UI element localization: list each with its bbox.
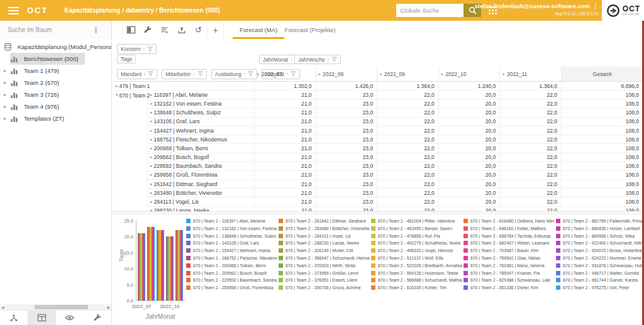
value-cell[interactable]: 23,0 [316, 99, 378, 108]
legend-item[interactable]: 670 | Team 2 - 566688 | Schuchardt, Math… [371, 278, 462, 282]
rowfield-chip-mitarbeiter[interactable]: Mitarbeiter↑ [162, 69, 206, 79]
value-cell[interactable]: 22,0 [500, 162, 562, 171]
value-cell[interactable]: 23,0 [316, 91, 378, 99]
legend-item[interactable]: 670 | Team 2 - 851336 | Dieter, Kim [464, 285, 555, 290]
employee-cell[interactable]: ▸259858 | Groß, Florentissa [148, 171, 255, 180]
value-cell[interactable]: 22,0 [500, 99, 562, 108]
legend-item[interactable]: 670 | Team 2 - 229592 | Baumbach, Sandra [186, 278, 277, 282]
legend-item[interactable]: 670 | Team 2 - 761961 | Manz, Ismeria [464, 263, 555, 268]
scroll-right-arrow-icon[interactable]: ▶ [107, 305, 110, 309]
value-cell[interactable]: 22,0 [377, 180, 439, 189]
value-cell[interactable]: 20,0 [439, 171, 501, 180]
legend-item[interactable]: 670 | Team 2 - 880836 | Holzer, Lambert [556, 226, 644, 231]
value-cell[interactable]: 21,0 [255, 144, 316, 153]
expand-icon[interactable]: ▸ [441, 72, 444, 77]
value-cell[interactable]: 23,0 [316, 207, 378, 211]
legend-item[interactable]: 670 | Team 2 - 785947 | Kramer, Pia [464, 271, 555, 275]
legend-item[interactable]: 670 | Team 2 - 862789 | Falkenrath, Frin… [556, 219, 644, 223]
value-cell[interactable]: 20,0 [439, 99, 501, 108]
legend-item[interactable]: 670 | Team 2 - 209562 | Busch, Bogolf [186, 271, 277, 275]
value-cell[interactable]: 20,0 [439, 197, 501, 206]
value-cell[interactable]: 21,0 [255, 135, 316, 144]
tree-item-team-1-479-[interactable]: ▸ Team 1 (479) [0, 65, 111, 77]
value-cell[interactable]: 20,0 [439, 144, 501, 153]
expand-icon[interactable]: ▸ [150, 163, 153, 168]
legend-item[interactable]: 670 | Team 2 - 884556 | Schulz, Wika [556, 234, 644, 238]
global-search-input[interactable] [396, 4, 464, 17]
employee-cell[interactable]: ▸261642 | Dittmar, Sieghard [148, 180, 255, 189]
legend-item[interactable]: 670 | Team 2 - 946717 | Walter, Gunhild [556, 271, 644, 275]
employee-cell[interactable]: ▸168752 | Fleischer, Nikodemus [148, 135, 255, 144]
legend-item[interactable]: 670 | Team 2 - 961744 | Garver, Karsta [556, 278, 644, 282]
konzern-filter-chip[interactable]: Konzern↑ [117, 44, 157, 54]
value-cell[interactable]: 23,0 [316, 144, 378, 153]
value-cell[interactable]: 22,0 [377, 162, 439, 171]
list-edit-icon[interactable] [156, 21, 173, 39]
panel-splitter-handle[interactable]: ∥ [94, 26, 98, 33]
legend-item[interactable]: 670 | Team 2 - 138648 | Schultheiss, Sul… [186, 234, 277, 238]
legend-item[interactable]: 670 | Team 2 - 616480 | Oelberg, Hans We… [464, 219, 555, 223]
value-cell[interactable]: 21,0 [255, 189, 316, 197]
wrench-icon[interactable] [139, 21, 156, 39]
expander-icon[interactable]: ▸ [4, 80, 10, 85]
legend-item[interactable]: 670 | Team 2 - 682407 | Weber, Leamara [464, 241, 555, 245]
expand-icon[interactable]: ▸ [150, 92, 153, 97]
group-cell[interactable]: ▸479 | Team 1 [114, 82, 255, 91]
legend-item[interactable]: 670 | Team 2 - 703987 | Bauer, Kim [464, 248, 555, 253]
legend-item[interactable]: 670 | Team 2 - 495033 | Vogel, Heinold [371, 248, 462, 253]
legend-item[interactable]: 670 | Team 2 - 200968 | Tolkien, Berni [186, 263, 277, 268]
legend-item[interactable]: 670 | Team 2 - 261642 | Dittmar, Sieghar… [279, 219, 370, 223]
collapse-icon[interactable]: ▾ [116, 92, 118, 97]
employee-cell[interactable]: ▸209562 | Busch, Bogolf [148, 153, 255, 162]
rowfield-chip-auslastung[interactable]: Auslastung↑ [211, 69, 257, 79]
legend-item[interactable]: 670 | Team 2 - 356047 | Schuchardt, Herm… [279, 256, 370, 260]
value-cell[interactable]: 20,0 [439, 153, 501, 162]
value-cell[interactable]: 20,0 [439, 91, 501, 99]
employee-cell[interactable]: ▸154427 | Wehnert, Ingina [148, 126, 255, 135]
value-cell[interactable]: 21,0 [255, 197, 316, 206]
user-email[interactable]: stefan.lindenlaub@saxess-software.com [475, 3, 591, 9]
value-cell[interactable]: 21,0 [255, 153, 316, 162]
scrollbar-thumb[interactable] [35, 305, 88, 309]
export-icon[interactable] [173, 21, 190, 39]
tree-item-team-4-976-[interactable]: ▸ Team 4 (976) [0, 101, 111, 113]
value-cell[interactable]: 22,0 [500, 91, 562, 99]
tree-search-input[interactable] [8, 26, 89, 33]
value-cell[interactable]: 23,0 [316, 171, 378, 180]
value-cell[interactable]: 21,0 [255, 91, 316, 99]
legend-item[interactable]: 670 | Team 2 - 492275 | Schultheiss, Noe… [371, 241, 462, 245]
value-cell[interactable]: 20,0 [439, 180, 501, 189]
value-cell[interactable]: 23,0 [316, 118, 378, 126]
value-cell[interactable]: 22,0 [500, 153, 562, 162]
column-header-2022_07[interactable]: ▸2022_07 [255, 67, 316, 81]
structure-icon[interactable] [0, 311, 28, 325]
value-cell[interactable]: 21,0 [255, 171, 316, 180]
value-cell[interactable]: 22,0 [500, 207, 562, 211]
eye-icon[interactable] [56, 311, 84, 325]
value-cell[interactable]: 22,0 [500, 109, 562, 118]
value-cell[interactable]: 20,0 [439, 126, 501, 135]
legend-item[interactable]: 670 | Team 2 - 326149 | Muller, Cilli [279, 248, 370, 253]
legend-item[interactable]: 670 | Team 2 - 154427 | Wehnert, Ingina [186, 248, 277, 253]
value-cell[interactable]: 22,0 [377, 91, 439, 99]
value-cell[interactable]: 1.364,0 [500, 82, 562, 91]
value-cell[interactable]: 23,0 [316, 180, 378, 189]
tab-forecast-projekte[interactable]: Forecast (Projekte) [284, 21, 336, 39]
value-cell[interactable]: 21,0 [255, 118, 316, 126]
value-cell[interactable]: 22,0 [377, 99, 439, 108]
wrench-icon[interactable] [84, 311, 111, 325]
legend-item[interactable]: 670 | Team 2 - 168752 | Fleischer, Nikod… [186, 256, 277, 260]
value-cell[interactable]: 21,0 [255, 126, 316, 135]
value-cell[interactable]: 23,0 [316, 109, 378, 118]
total-column-header[interactable]: Gesamt [562, 67, 643, 81]
value-cell[interactable]: 22,0 [377, 126, 439, 135]
table-view-icon[interactable] [28, 311, 55, 325]
column-header-2022_08[interactable]: ▸2022_08 [316, 67, 378, 81]
value-cell[interactable]: 21,0 [255, 180, 316, 189]
value-cell[interactable]: 20,0 [439, 162, 501, 171]
tree-item-templates-zt-[interactable]: ▸ Templates (ZT) [0, 113, 111, 124]
legend-item[interactable]: 670 | Team 2 - 132162 | Von essen, Festi… [186, 226, 277, 231]
column-header-2022_10[interactable]: ▸2022_10 [439, 67, 501, 81]
legend-item[interactable]: 670 | Team 2 - 646160 | Keller, Matthes [464, 226, 555, 231]
tree-item-kapazit-tsplanung-modul-[interactable]: Kapazitätsplanung (Modul_Personalkapazit… [0, 41, 111, 53]
